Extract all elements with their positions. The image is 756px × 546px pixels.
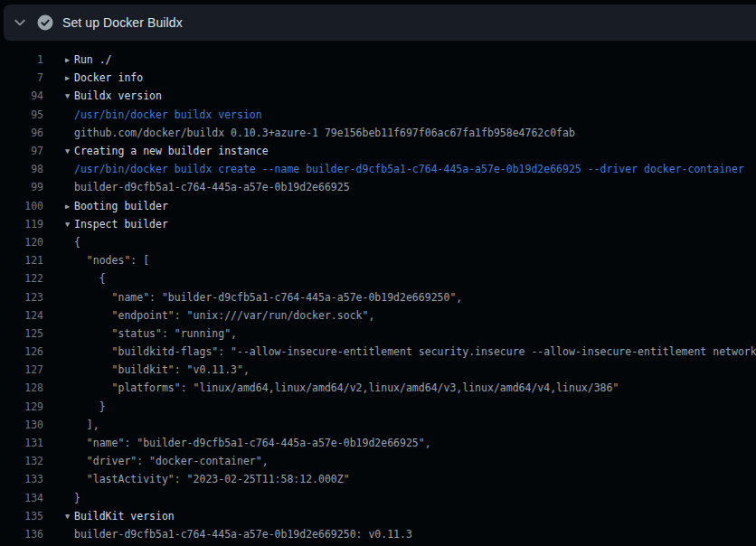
line-number[interactable]: 128 [0, 381, 43, 394]
log-row: 99builder-d9cfb5a1-c764-445a-a57e-0b19d2… [0, 178, 756, 196]
line-number[interactable]: 94 [0, 89, 43, 102]
line-number[interactable]: 126 [0, 345, 43, 358]
step-header[interactable]: Set up Docker Buildx [4, 5, 756, 41]
group-collapsed-triangle-icon: ▶ [43, 55, 74, 64]
log-row: 121 "nodes": [ [0, 251, 756, 269]
group-title-text: BuildKit version [74, 510, 175, 522]
group-title-text: Docker info [74, 71, 143, 84]
line-number[interactable]: 130 [0, 419, 43, 431]
line-number[interactable]: 134 [0, 492, 43, 504]
log-row: 125 "status": "running", [0, 325, 756, 343]
line-number[interactable]: 133 [0, 473, 43, 485]
group-expanded-triangle-icon: ▼ [43, 512, 74, 521]
log-row: 134} [0, 489, 756, 507]
log-group-row[interactable]: 97▼Creating a new builder instance [0, 142, 756, 160]
output-text: "buildkitd-flags": "--allow-insecure-ent… [74, 345, 756, 358]
log-row: 128 "platforms": "linux/amd64,linux/amd6… [0, 379, 756, 397]
line-number[interactable]: 96 [0, 127, 43, 139]
line-number[interactable]: 1 [0, 53, 43, 66]
line-number[interactable]: 132 [0, 455, 43, 467]
line-number[interactable]: 121 [0, 254, 43, 267]
line-number[interactable]: 100 [0, 200, 43, 212]
group-expanded-triangle-icon: ▼ [43, 220, 74, 229]
log-row: 127 "buildkit": "v0.11.3", [0, 361, 756, 379]
log-row: 133 "lastActivity": "2023-02-25T11:58:12… [0, 470, 756, 488]
output-text: "lastActivity": "2023-02-25T11:58:12.000… [74, 473, 350, 485]
log-group-row[interactable]: 94▼Buildx version [0, 87, 756, 105]
line-number[interactable]: 127 [0, 363, 43, 376]
log-row: 123 "name": "builder-d9cfb5a1-c764-445a-… [0, 287, 756, 306]
group-title-text: Inspect builder [74, 218, 168, 231]
line-number[interactable]: 99 [0, 181, 43, 193]
log-group-row[interactable]: 100▶Booting builder [0, 197, 756, 215]
group-title-text: Creating a new builder instance [74, 145, 269, 157]
line-number[interactable]: 125 [0, 327, 43, 340]
output-text: "nodes": [ [74, 254, 149, 267]
output-text: } [74, 492, 80, 504]
command-text: /usr/bin/docker buildx version [74, 108, 262, 121]
log-row: 129 } [0, 398, 756, 416]
output-text: "status": "running", [74, 327, 237, 340]
output-text: builder-d9cfb5a1-c764-445a-a57e-0b19d2e6… [74, 181, 350, 193]
output-text: { [74, 272, 106, 285]
log-row: 130 ], [0, 416, 756, 434]
line-number[interactable]: 119 [0, 218, 43, 231]
log-group-row[interactable]: 7▶Docker info [0, 69, 756, 87]
group-expanded-triangle-icon: ▼ [43, 91, 74, 100]
output-text: "platforms": "linux/amd64,linux/amd64/v2… [74, 381, 619, 394]
log-group-row[interactable]: 1▶Run ./ [0, 51, 756, 69]
group-title-text: Run ./ [74, 53, 112, 66]
group-collapsed-triangle-icon: ▶ [43, 73, 74, 82]
log-row: 120{ [0, 233, 756, 251]
line-number[interactable]: 95 [0, 108, 43, 121]
line-number[interactable]: 122 [0, 272, 43, 285]
line-number[interactable]: 98 [0, 163, 43, 175]
line-number[interactable]: 97 [0, 145, 43, 157]
log-row: 124 "endpoint": "unix:///var/run/docker.… [0, 306, 756, 325]
output-text: "name": "builder-d9cfb5a1-c764-445a-a57e… [74, 437, 431, 449]
group-expanded-triangle-icon: ▼ [43, 146, 74, 155]
command-text: /usr/bin/docker buildx create --name bui… [74, 163, 744, 175]
output-text: "driver": "docker-container", [74, 455, 269, 467]
log-row: 136builder-d9cfb5a1-c764-445a-a57e-0b19d… [0, 525, 756, 543]
log-group-row[interactable]: 135▼BuildKit version [0, 507, 756, 525]
output-text: "name": "builder-d9cfb5a1-c764-445a-a57e… [74, 291, 462, 304]
group-title-text: Buildx version [74, 89, 162, 102]
group-collapsed-triangle-icon: ▶ [43, 202, 74, 211]
log-row: 132 "driver": "docker-container", [0, 452, 756, 470]
log-lines: 1▶Run ./7▶Docker info94▼Buildx version95… [0, 51, 756, 543]
line-number[interactable]: 124 [0, 309, 43, 322]
output-text: github.com/docker/buildx 0.10.3+azure-1 … [74, 127, 575, 139]
output-text: } [74, 400, 106, 413]
line-number[interactable]: 135 [0, 510, 43, 522]
log-row: 96github.com/docker/buildx 0.10.3+azure-… [0, 124, 756, 142]
output-text: { [74, 236, 80, 249]
output-text: "buildkit": "v0.11.3", [74, 363, 250, 376]
log-row: 126 "buildkitd-flags": "--allow-insecure… [0, 343, 756, 361]
log-row: 131 "name": "builder-d9cfb5a1-c764-445a-… [0, 434, 756, 452]
log-pane: 1▶Run ./7▶Docker info94▼Buildx version95… [0, 41, 756, 543]
line-number[interactable]: 136 [0, 528, 43, 541]
step-title: Set up Docker Buildx [62, 15, 183, 30]
line-number[interactable]: 129 [0, 400, 43, 413]
line-number[interactable]: 7 [0, 71, 43, 84]
log-row: 98/usr/bin/docker buildx create --name b… [0, 160, 756, 178]
output-text: builder-d9cfb5a1-c764-445a-a57e-0b19d2e6… [74, 528, 412, 541]
line-number[interactable]: 120 [0, 236, 43, 249]
log-row: 95/usr/bin/docker buildx version [0, 106, 756, 124]
line-number[interactable]: 123 [0, 291, 43, 304]
success-check-circle-icon [37, 14, 53, 31]
log-group-row[interactable]: 119▼Inspect builder [0, 215, 756, 233]
log-row: 122 { [0, 269, 756, 287]
group-title-text: Booting builder [74, 200, 168, 212]
chevron-down-icon[interactable] [12, 15, 27, 31]
line-number[interactable]: 131 [0, 437, 43, 449]
output-text: ], [74, 419, 99, 431]
output-text: "endpoint": "unix:///var/run/docker.sock… [74, 309, 374, 322]
